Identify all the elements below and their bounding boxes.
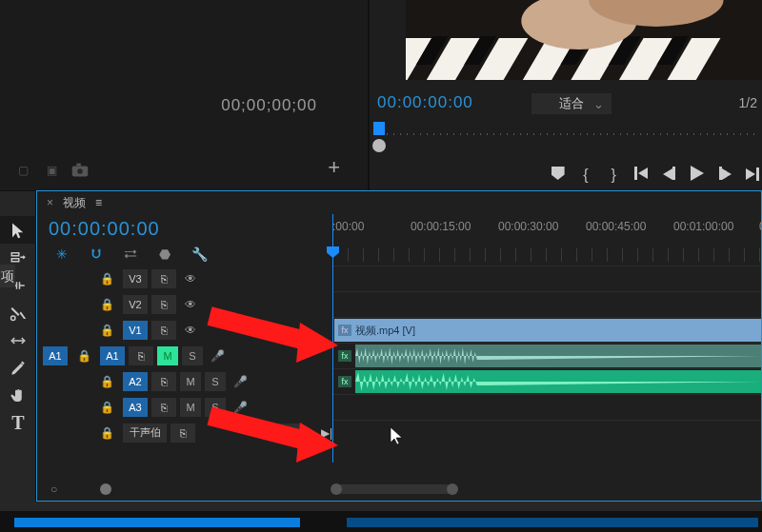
track-a1: A1 🔒 A1 ⎘ M S 🎤 fx	[37, 343, 761, 368]
timeline-playhead[interactable]	[332, 214, 333, 463]
program-monitor-panel: 00:00:00:00 适合 1/2 { }	[368, 0, 762, 190]
timeline-tab-label: 视频	[63, 195, 86, 211]
track-label[interactable]: V3	[123, 269, 148, 288]
lock-icon[interactable]: 🔒	[94, 295, 119, 314]
track-label[interactable]: A3	[123, 398, 148, 417]
timeline-tab[interactable]: × 视频 ≡	[37, 191, 761, 214]
track-label[interactable]: V2	[123, 295, 148, 314]
sync-lock-icon[interactable]: ⎘	[151, 295, 176, 314]
mute-button[interactable]: M	[279, 424, 300, 443]
voiceover-icon[interactable]: 🎤	[230, 401, 251, 414]
hand-tool[interactable]	[0, 382, 36, 409]
type-tool[interactable]: T	[0, 409, 36, 437]
track-a3: 🔒 A3 ⎘ M S 🎤	[37, 394, 761, 420]
track-a2: 🔒 A2 ⎘ M S 🎤 fx	[37, 368, 761, 394]
go-to-out-button[interactable]	[746, 167, 760, 184]
lock-icon[interactable]: 🔒	[94, 424, 119, 443]
add-button[interactable]: +	[328, 155, 340, 180]
sync-lock-icon[interactable]: ⎘	[170, 424, 195, 443]
program-timecode[interactable]: 00:00:00:00	[377, 93, 473, 112]
sync-lock-icon[interactable]: ⎘	[151, 269, 176, 288]
step-back-button[interactable]	[662, 167, 676, 184]
sync-lock-icon[interactable]: ⎘	[151, 398, 176, 417]
sync-lock-icon[interactable]: ⎘	[151, 321, 176, 340]
sync-lock-icon[interactable]: ⎘	[151, 372, 176, 391]
play-button[interactable]	[690, 166, 704, 185]
eye-icon[interactable]: 👁	[180, 298, 201, 311]
wrench-icon[interactable]: 🔧	[191, 246, 207, 262]
voiceover-icon[interactable]: 🎤	[207, 349, 228, 363]
panel-menu-icon[interactable]: ≡	[95, 196, 102, 209]
track-label[interactable]: 干声伯	[123, 424, 167, 443]
slip-tool[interactable]	[0, 326, 36, 354]
svg-point-20	[11, 316, 16, 321]
tool-palette: T	[0, 190, 36, 502]
mute-button[interactable]: M	[180, 398, 201, 417]
playhead-icon[interactable]	[373, 122, 385, 135]
svg-rect-2	[76, 164, 81, 167]
video-clip[interactable]: fx 视频.mp4 [V]	[334, 319, 761, 342]
voiceover-icon[interactable]: 🎤	[230, 375, 251, 388]
program-scrubber[interactable]	[373, 122, 757, 143]
clip-icon[interactable]: ▣	[41, 161, 62, 180]
svg-rect-19	[11, 258, 19, 261]
fx-badge-icon: fx	[338, 350, 351, 362]
razor-tool[interactable]	[0, 299, 36, 326]
svg-point-1	[77, 168, 83, 174]
pen-tool[interactable]	[0, 354, 36, 382]
timeline-panel: × 视频 ≡ 00:00:00:00 ✳ ⮂ ⬣ 🔧 :00:00 00:00:…	[36, 190, 762, 502]
magnet-icon[interactable]	[89, 246, 104, 262]
eye-icon[interactable]: 👁	[180, 324, 201, 337]
track-label[interactable]: A2	[123, 372, 148, 391]
track-height-knob[interactable]	[100, 483, 111, 495]
progress-segment	[347, 518, 758, 527]
progress-segment	[14, 518, 300, 527]
camera-icon[interactable]	[70, 161, 90, 180]
source-patch[interactable]: A1	[43, 346, 68, 365]
step-end-icon[interactable]: ▶|	[321, 426, 332, 440]
lock-icon[interactable]: 🔒	[94, 269, 119, 288]
solo-button[interactable]: S	[182, 346, 203, 365]
source-timecode: 00;00;00;00	[221, 96, 317, 115]
sync-lock-icon[interactable]: ⎘	[129, 346, 153, 365]
time-ruler[interactable]: :00:00 00:00:15:00 00:00:30:00 00:00:45:…	[332, 214, 761, 262]
track-v3: 🔒 V3 ⎘ 👁	[37, 266, 761, 291]
resolution-fraction[interactable]: 1/2	[739, 95, 757, 110]
step-forward-button[interactable]	[718, 167, 732, 184]
lock-icon[interactable]: 🔒	[94, 398, 119, 417]
audio-clip[interactable]: fx	[334, 370, 761, 393]
track-label[interactable]: V1	[123, 321, 148, 340]
close-icon[interactable]: ×	[47, 196, 53, 209]
mark-in-button[interactable]: {	[578, 167, 592, 184]
mute-button[interactable]: M	[157, 346, 178, 365]
add-marker-button[interactable]	[551, 167, 565, 184]
timeline-zoom-bar[interactable]: ○	[37, 478, 761, 501]
track-label[interactable]: A1	[100, 346, 125, 365]
horizontal-zoom-slider[interactable]	[332, 484, 456, 494]
snap-icon[interactable]: ✳	[54, 246, 70, 262]
bottom-progress	[0, 511, 762, 532]
solo-button[interactable]: S	[205, 372, 226, 391]
svg-rect-18	[11, 252, 19, 255]
audio-clip[interactable]: fx	[334, 345, 761, 367]
solo-button[interactable]: S	[205, 398, 226, 417]
selection-tool[interactable]	[0, 216, 36, 244]
lock-icon[interactable]: 🔒	[94, 372, 119, 391]
eye-icon[interactable]: 👁	[180, 272, 201, 286]
track-v1: 🔒 V1 ⎘ 👁 fx 视频.mp4 [V]	[37, 317, 761, 343]
mute-button[interactable]: M	[180, 372, 201, 391]
mark-out-button[interactable]: }	[607, 167, 621, 184]
link-icon[interactable]: ⮂	[123, 246, 138, 262]
fx-badge-icon: fx	[338, 376, 351, 387]
zoom-fit-dropdown[interactable]: 适合	[531, 93, 612, 114]
lock-icon[interactable]: 🔒	[94, 321, 119, 340]
timeline-timecode[interactable]: 00:00:00:00	[49, 218, 160, 240]
marker-header-icon[interactable]: ⬣	[157, 246, 172, 262]
lock-icon[interactable]: 🔒	[71, 346, 96, 365]
crop-icon[interactable]: ▢	[12, 161, 33, 180]
fx-badge-icon: fx	[338, 325, 351, 336]
project-panel-label: 项	[0, 265, 15, 287]
go-to-in-button[interactable]	[634, 167, 649, 184]
clip-label: 视频.mp4 [V]	[355, 324, 415, 338]
track-extra: 🔒 干声伯 ⎘ M ▶|	[37, 420, 761, 445]
